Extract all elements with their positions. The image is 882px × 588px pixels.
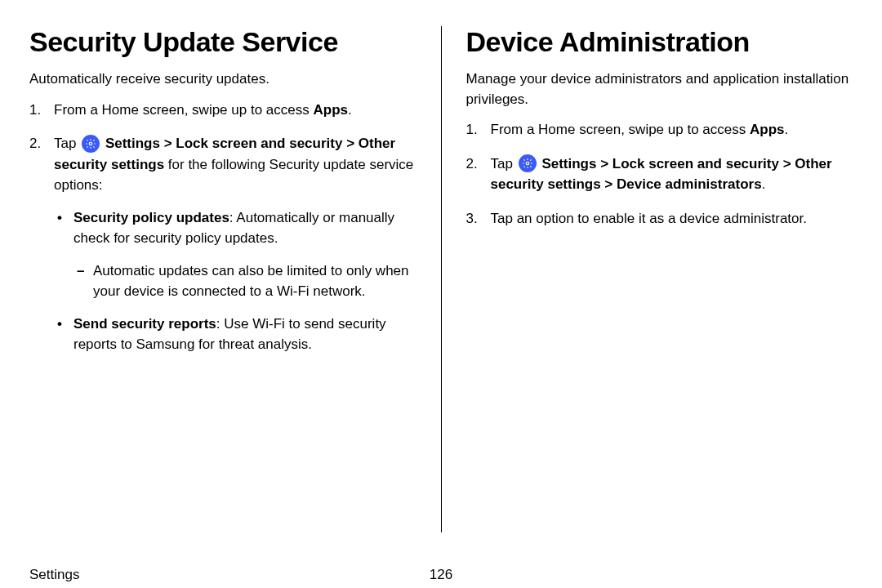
- step-text: From a Home screen, swipe up to access: [491, 122, 750, 137]
- dash-wifi-limit: Automatic updates can also be limited to…: [74, 261, 416, 302]
- step-punct: .: [348, 102, 352, 118]
- breadcrumb-sep: >: [596, 156, 612, 172]
- svg-point-1: [526, 163, 529, 166]
- content-columns: Security Update Service Automatically re…: [29, 26, 853, 532]
- step-1: From a Home screen, swipe up to access A…: [466, 119, 853, 140]
- breadcrumb-sep: >: [779, 156, 795, 172]
- step-punct: .: [784, 122, 788, 137]
- device-admin-bold: Device administrators: [617, 176, 762, 192]
- lock-screen-bold: Lock screen and security: [612, 156, 779, 172]
- footer-page-number: 126: [430, 567, 452, 583]
- breadcrumb-sep: >: [160, 136, 176, 151]
- right-column: Device Administration Manage your device…: [466, 26, 853, 532]
- step-punct: .: [762, 176, 766, 192]
- step-2: Tap Settings > Lock screen and security …: [466, 154, 853, 195]
- column-divider: [441, 26, 442, 532]
- step-3: Tap an option to enable it as a device a…: [466, 208, 853, 229]
- bullet-send-reports: Send security reports: Use Wi‑Fi to send…: [54, 314, 416, 355]
- bullet-bold: Security policy updates: [74, 210, 229, 225]
- breadcrumb-sep: >: [342, 136, 358, 151]
- intro-text: Manage your device administrators and ap…: [466, 69, 853, 109]
- step-text: From a Home screen, swipe up to access: [54, 102, 313, 118]
- step-text: Tap: [54, 136, 80, 151]
- heading-device-administration: Device Administration: [466, 26, 853, 58]
- steps-list: From a Home screen, swipe up to access A…: [29, 100, 416, 355]
- steps-list: From a Home screen, swipe up to access A…: [466, 119, 853, 229]
- step-2: Tap Settings > Lock screen and security …: [29, 133, 416, 355]
- step-text: Tap: [491, 156, 517, 172]
- apps-bold: Apps: [313, 102, 348, 118]
- gear-icon: [82, 135, 100, 153]
- lock-screen-bold: Lock screen and security: [176, 136, 342, 151]
- svg-point-0: [89, 142, 92, 145]
- bullet-bold: Send security reports: [74, 316, 216, 332]
- heading-security-update-service: Security Update Service: [29, 26, 416, 58]
- apps-bold: Apps: [750, 122, 785, 137]
- settings-bold: Settings: [541, 156, 596, 172]
- settings-bold: Settings: [105, 136, 160, 151]
- bullet-security-policy: Security policy updates: Automatically o…: [54, 207, 416, 302]
- footer-section-label: Settings: [29, 567, 79, 583]
- bullet-list: Security policy updates: Automatically o…: [54, 207, 416, 355]
- intro-text: Automatically receive security updates.: [29, 69, 416, 90]
- left-column: Security Update Service Automatically re…: [29, 26, 416, 532]
- dash-list: Automatic updates can also be limited to…: [74, 261, 416, 302]
- gear-icon: [519, 154, 537, 172]
- step-1: From a Home screen, swipe up to access A…: [29, 100, 416, 121]
- breadcrumb-sep: >: [601, 176, 617, 192]
